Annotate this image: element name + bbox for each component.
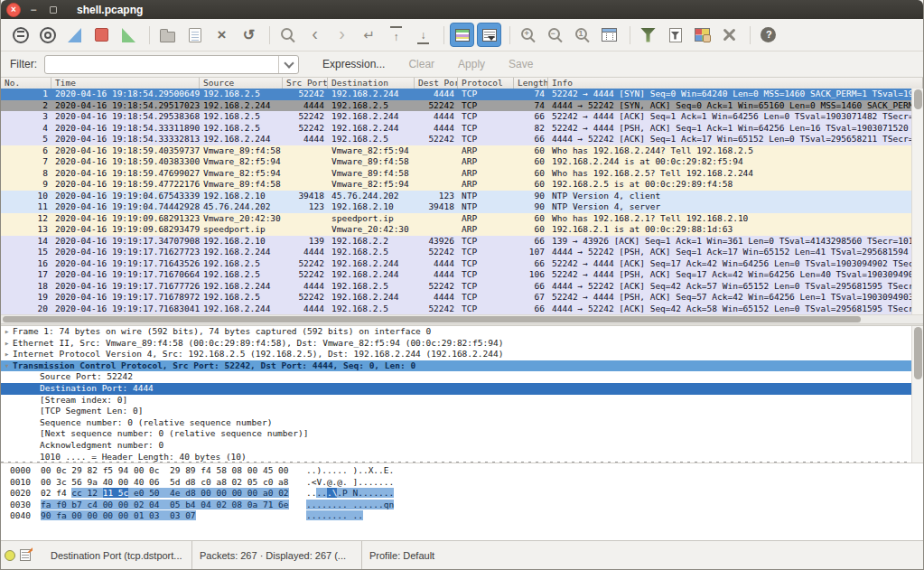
- scrollbar-thumb[interactable]: [3, 316, 861, 322]
- resize-columns-button[interactable]: [597, 23, 621, 47]
- preferences-button[interactable]: [717, 23, 742, 47]
- apply-button[interactable]: Apply: [458, 58, 485, 70]
- zoom-out-button[interactable]: [543, 23, 567, 47]
- hex-row[interactable]: 0030fa f0 b7 c4 00 00 02 04 05 b4 04 02 …: [1, 500, 923, 511]
- packet-row[interactable]: 132020-04-16 19:19:09.682934795speedport…: [1, 224, 923, 236]
- detail-row[interactable]: [TCP Segment Len: 0]: [1, 406, 923, 417]
- packet-row[interactable]: 122020-04-16 19:19:09.682913230Vmware_20…: [1, 213, 923, 225]
- close-file-button[interactable]: [210, 23, 234, 47]
- collapsed-expander-icon[interactable]: ▸: [1, 326, 13, 338]
- help-button[interactable]: [756, 23, 780, 47]
- detail-row[interactable]: [Stream index: 0]: [1, 395, 923, 406]
- close-window-button[interactable]: ×: [6, 3, 21, 17]
- coloring-rules-button[interactable]: [690, 23, 714, 47]
- packet-row[interactable]: 52020-04-16 19:18:54.333328133192.168.2.…: [1, 134, 923, 145]
- interfaces-button[interactable]: [8, 23, 33, 47]
- capture-comment-icon[interactable]: [20, 549, 31, 561]
- packet-row[interactable]: 142020-04-16 19:19:17.347079083192.168.2…: [1, 236, 923, 248]
- packet-row[interactable]: 152020-04-16 19:19:17.716277230192.168.2…: [1, 247, 923, 258]
- scrollbar-thumb[interactable]: [914, 89, 922, 109]
- capture-options-button[interactable]: [35, 23, 60, 47]
- stop-capture-button[interactable]: [89, 23, 114, 47]
- column-header-dest_port[interactable]: Dest Port: [415, 78, 458, 89]
- packet-cell-time: 2020-04-16 19:19:09.682913230: [51, 213, 200, 225]
- restart-capture-button[interactable]: [117, 23, 141, 47]
- column-header-protocol[interactable]: Protocol: [458, 78, 514, 89]
- maximize-window-button[interactable]: [46, 3, 61, 17]
- display-filter-button[interactable]: [663, 23, 687, 47]
- hex-row[interactable]: 000000 0c 29 82 f5 94 00 0c 29 89 f4 58 …: [1, 465, 923, 477]
- filter-dropdown-button[interactable]: [278, 56, 298, 73]
- detail-row[interactable]: Source Port: 52242: [1, 371, 923, 383]
- column-header-time[interactable]: Time: [51, 78, 200, 89]
- packet-row[interactable]: 102020-04-16 19:19:04.675433399192.168.2…: [1, 191, 923, 202]
- column-header-no[interactable]: No.: [1, 78, 51, 89]
- packet-row[interactable]: 172020-04-16 19:19:17.716706642192.168.2…: [1, 269, 923, 281]
- packet-row[interactable]: 92020-04-16 19:18:59.477221763Vmware_89:…: [1, 179, 923, 191]
- packet-list-horizontal-scrollbar[interactable]: [1, 314, 923, 323]
- back-button[interactable]: [303, 23, 327, 47]
- goto-bottom-button[interactable]: [411, 23, 435, 47]
- column-header-length[interactable]: Length: [514, 78, 548, 89]
- packet-cell-time: 2020-04-16 19:19:17.716277230: [51, 247, 200, 258]
- details-vertical-scrollbar[interactable]: [911, 326, 923, 463]
- find-button[interactable]: [275, 23, 300, 47]
- filter-input[interactable]: [45, 56, 278, 73]
- expression-button[interactable]: Expression...: [322, 58, 385, 70]
- colorize-button[interactable]: [450, 23, 474, 47]
- column-header-info[interactable]: Info: [548, 78, 923, 89]
- detail-row[interactable]: Sequence number: 0 (relative sequence nu…: [1, 417, 923, 429]
- detail-row[interactable]: ▸Ethernet II, Src: Vmware_89:f4:58 (00:0…: [1, 338, 923, 350]
- minimize-window-button[interactable]: −: [26, 3, 41, 17]
- packet-row[interactable]: 182020-04-16 19:19:17.716777262192.168.2…: [1, 281, 923, 293]
- detail-row[interactable]: Acknowledgment number: 0: [1, 440, 923, 452]
- packet-row[interactable]: 12020-04-16 19:18:54.295006493192.168.2.…: [1, 89, 923, 100]
- start-capture-button[interactable]: [62, 23, 87, 47]
- goto-top-button[interactable]: [384, 23, 408, 47]
- column-header-source[interactable]: Source: [200, 78, 283, 89]
- column-header-destination[interactable]: Destination: [328, 78, 415, 89]
- packet-row[interactable]: 202020-04-16 19:19:17.716830417192.168.2…: [1, 304, 923, 315]
- zoom-actual-button[interactable]: [570, 23, 594, 47]
- status-profile-section[interactable]: Profile: Default: [362, 541, 923, 569]
- expanded-expander-icon[interactable]: ▾: [1, 360, 13, 372]
- packet-cell-no: 1: [1, 89, 51, 100]
- scrollbar-thumb[interactable]: [914, 327, 922, 379]
- reload-button[interactable]: [237, 23, 261, 47]
- packet-row[interactable]: 42020-04-16 19:18:54.333118900192.168.2.…: [1, 123, 923, 135]
- packet-row[interactable]: 162020-04-16 19:19:17.716435262192.168.2…: [1, 258, 923, 270]
- packet-list-vertical-scrollbar[interactable]: [911, 89, 923, 314]
- packet-row[interactable]: 72020-04-16 19:18:59.403833006Vmware_82:…: [1, 156, 923, 168]
- packet-row[interactable]: 192020-04-16 19:19:17.716789721192.168.2…: [1, 292, 923, 304]
- packet-cell-info: Who has 192.168.2.244? Tell 192.168.2.5: [548, 145, 923, 157]
- packet-row[interactable]: 22020-04-16 19:18:54.295170238192.168.2.…: [1, 100, 923, 112]
- collapsed-expander-icon[interactable]: ▸: [1, 338, 13, 350]
- save-file-button[interactable]: [182, 23, 207, 47]
- detail-row[interactable]: Destination Port: 4444: [1, 383, 923, 395]
- hex-row[interactable]: 002002 f4 cc 12 11 5c e0 50 4e d8 00 00 …: [1, 488, 923, 500]
- detail-row[interactable]: ▸Internet Protocol Version 4, Src: 192.1…: [1, 349, 923, 360]
- packet-row[interactable]: 62020-04-16 19:18:59.403597376Vmware_89:…: [1, 145, 923, 157]
- collapsed-expander-icon[interactable]: ▸: [1, 349, 13, 360]
- zoom-in-button[interactable]: [516, 23, 540, 47]
- hex-row[interactable]: 001000 3c 56 9a 40 00 40 06 5d d8 c0 a8 …: [1, 477, 923, 489]
- expert-info-icon[interactable]: [5, 550, 15, 561]
- detail-row[interactable]: 1010 .... = Header Length: 40 bytes (10): [1, 452, 923, 463]
- hex-row[interactable]: 004090 fa 00 00 00 00 01 03 03 07.......…: [1, 510, 923, 522]
- column-header-src_port[interactable]: Src Port: [283, 78, 328, 89]
- detail-row[interactable]: ▾Transmission Control Protocol, Src Port…: [1, 360, 923, 372]
- autoscroll-button[interactable]: [477, 23, 501, 47]
- save-button[interactable]: Save: [509, 58, 533, 70]
- capture-filter-button[interactable]: [636, 23, 660, 47]
- packet-row[interactable]: 32020-04-16 19:18:54.295383683192.168.2.…: [1, 111, 923, 123]
- detail-row[interactable]: [Next sequence number: 0 (relative seque…: [1, 428, 923, 440]
- wireshark-window: × − shell.pcapng Filter: Expression... C…: [0, 0, 924, 570]
- clear-button[interactable]: Clear: [408, 58, 434, 70]
- packet-row[interactable]: 112020-04-16 19:19:04.74442928845.76.244…: [1, 201, 923, 213]
- forward-button[interactable]: [330, 23, 354, 47]
- goto-packet-button[interactable]: [357, 23, 381, 47]
- detail-row[interactable]: ▸Frame 1: 74 bytes on wire (592 bits), 7…: [1, 326, 923, 338]
- open-file-button[interactable]: [155, 23, 180, 47]
- titlebar[interactable]: × − shell.pcapng: [1, 0, 923, 19]
- packet-row[interactable]: 82020-04-16 19:18:59.476990275Vmware_82:…: [1, 168, 923, 180]
